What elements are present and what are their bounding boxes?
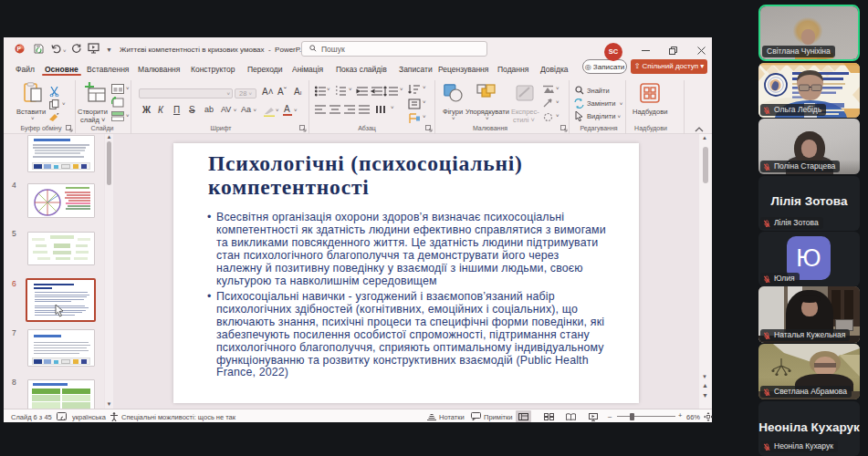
svg-text:P: P [17, 46, 22, 52]
